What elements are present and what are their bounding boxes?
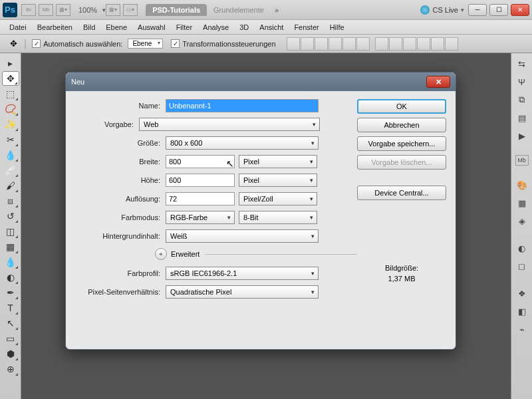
profile-dropdown[interactable]: sRGB IEC61966-2.1: [166, 267, 319, 280]
menu-filter[interactable]: Filter: [171, 21, 198, 33]
align-btn[interactable]: [301, 37, 314, 51]
lasso-tool[interactable]: 📿: [2, 102, 19, 116]
close-button[interactable]: ✕: [511, 4, 529, 16]
bridge-icon[interactable]: Br: [21, 4, 36, 16]
path-select-tool[interactable]: ↖: [2, 316, 19, 331]
name-input[interactable]: [166, 99, 319, 112]
clone-panel-icon[interactable]: ⧉: [513, 92, 531, 108]
marquee-tool[interactable]: ⬚: [2, 86, 19, 101]
screen-mode-icon[interactable]: ▭▾: [123, 4, 138, 16]
background-dropdown[interactable]: Weiß: [166, 229, 319, 243]
minimize-button[interactable]: ─: [468, 4, 487, 16]
heal-tool[interactable]: 🩹: [2, 163, 19, 178]
align-btn[interactable]: [342, 37, 356, 51]
3d-camera-tool[interactable]: ⊕: [2, 362, 19, 376]
blur-tool[interactable]: 💧: [2, 255, 19, 269]
preset-dropdown[interactable]: Web: [139, 118, 320, 131]
pen-tool[interactable]: ✒: [2, 285, 19, 300]
image-size-label: Bildgröße:: [357, 264, 446, 272]
menu-hilfe[interactable]: Hilfe: [325, 21, 350, 33]
eraser-tool[interactable]: ◫: [2, 224, 19, 239]
menu-ebene[interactable]: Ebene: [100, 21, 132, 33]
distribute-btn[interactable]: [445, 37, 458, 51]
menu-3d[interactable]: 3D: [234, 21, 254, 33]
height-unit-dropdown[interactable]: Pixel: [239, 174, 317, 187]
arrange-icon[interactable]: ▦▾: [106, 4, 120, 16]
align-btn[interactable]: [356, 37, 370, 51]
minibridge-icon[interactable]: Mb: [39, 4, 53, 16]
device-central-button[interactable]: Device Central...: [357, 186, 446, 200]
mb-panel-icon[interactable]: Mb: [515, 155, 529, 166]
dodge-tool[interactable]: ◐: [2, 270, 19, 285]
gradient-tool[interactable]: ▦: [2, 239, 19, 254]
menu-ansicht[interactable]: Ansicht: [254, 21, 289, 33]
channels-panel-icon[interactable]: ◧: [513, 303, 531, 319]
width-input[interactable]: [166, 155, 235, 168]
ok-button[interactable]: OK: [357, 99, 446, 114]
zoom-level[interactable]: 100%: [78, 6, 97, 14]
distribute-btn[interactable]: [389, 37, 402, 51]
panel-collapse-icon[interactable]: ▸: [2, 56, 19, 70]
distribute-btn[interactable]: [403, 37, 416, 51]
distribute-btn[interactable]: [375, 37, 388, 51]
menu-bild[interactable]: Bild: [78, 21, 100, 33]
advanced-toggle-button[interactable]: «: [155, 248, 167, 260]
panel-toggle-icon[interactable]: ⇆: [513, 56, 531, 72]
advanced-label: Erweitert: [171, 250, 200, 258]
workspace-tab-active[interactable]: PSD-Tutorials: [146, 4, 207, 16]
actions-panel-icon[interactable]: ▶: [513, 128, 531, 144]
menu-auswahl[interactable]: Auswahl: [132, 21, 171, 33]
menu-analyse[interactable]: Analyse: [198, 21, 234, 33]
menu-bearbeiten[interactable]: Bearbeiten: [32, 21, 78, 33]
align-btn[interactable]: [329, 37, 342, 51]
crop-tool[interactable]: ✂: [2, 132, 19, 147]
menu-datei[interactable]: Datei: [4, 21, 32, 33]
swatches-panel-icon[interactable]: ▦: [513, 195, 531, 211]
view-icon[interactable]: ▦▾: [56, 4, 70, 16]
width-unit-dropdown[interactable]: Pixel: [239, 155, 317, 168]
align-btn[interactable]: [315, 37, 328, 51]
distribute-btn[interactable]: [431, 37, 444, 51]
shape-tool[interactable]: ▭: [2, 331, 19, 346]
cancel-button[interactable]: Abbrechen: [357, 118, 446, 132]
stamp-tool[interactable]: ⧇: [2, 194, 19, 208]
workspace-tab[interactable]: Grundelemente: [207, 4, 271, 16]
layers-panel-icon[interactable]: ❖: [513, 285, 531, 301]
name-label: Name:: [75, 102, 166, 110]
maximize-button[interactable]: ☐: [489, 4, 508, 16]
resolution-input[interactable]: [166, 192, 235, 205]
history-panel-icon[interactable]: ▤: [513, 110, 531, 126]
styles-panel-icon[interactable]: ◈: [513, 213, 531, 229]
adjustments-panel-icon[interactable]: ◐: [513, 240, 531, 256]
history-brush-tool[interactable]: ↺: [2, 209, 19, 223]
wand-tool[interactable]: ✨: [2, 117, 19, 132]
transform-checkbox[interactable]: ✓: [171, 39, 180, 48]
workspace-more-icon[interactable]: »: [275, 6, 279, 14]
masks-panel-icon[interactable]: ◻: [513, 258, 531, 274]
color-panel-icon[interactable]: 🎨: [513, 177, 531, 193]
eyedropper-tool[interactable]: 💧: [2, 148, 19, 162]
paths-panel-icon[interactable]: ⌁: [513, 321, 531, 337]
auto-select-checkbox[interactable]: ✓: [32, 39, 41, 48]
brush-tool[interactable]: 🖌: [2, 178, 19, 193]
brush-panel-icon[interactable]: Ψ: [513, 74, 531, 90]
depth-dropdown[interactable]: 8-Bit: [239, 211, 317, 224]
cslive-button[interactable]: CS Live ▾: [420, 5, 464, 15]
save-preset-button[interactable]: Vorgabe speichern...: [357, 136, 446, 151]
aspect-dropdown[interactable]: Quadratische Pixel: [166, 285, 319, 299]
resolution-unit-dropdown[interactable]: Pixel/Zoll: [239, 192, 317, 205]
size-dropdown[interactable]: 532 x 399: [166, 136, 319, 150]
align-btn[interactable]: [287, 37, 300, 51]
auto-select-dropdown[interactable]: Ebene: [128, 39, 163, 49]
type-tool[interactable]: T: [2, 301, 19, 315]
dialog-titlebar: Neu ✕: [66, 72, 456, 91]
3d-tool[interactable]: ⬢: [2, 346, 19, 361]
app-titlebar: Ps Br Mb ▦▾ 100% ▾ ▦▾ ▭▾ PSD-Tutorials G…: [0, 0, 532, 20]
dialog-title: Neu: [71, 78, 84, 86]
distribute-btn[interactable]: [417, 37, 430, 51]
move-tool[interactable]: ✥: [2, 71, 19, 86]
dialog-close-button[interactable]: ✕: [426, 76, 450, 88]
colormode-dropdown[interactable]: RGB-Farbe: [166, 211, 235, 224]
menu-fenster[interactable]: Fenster: [289, 21, 324, 33]
height-input[interactable]: [166, 174, 235, 187]
